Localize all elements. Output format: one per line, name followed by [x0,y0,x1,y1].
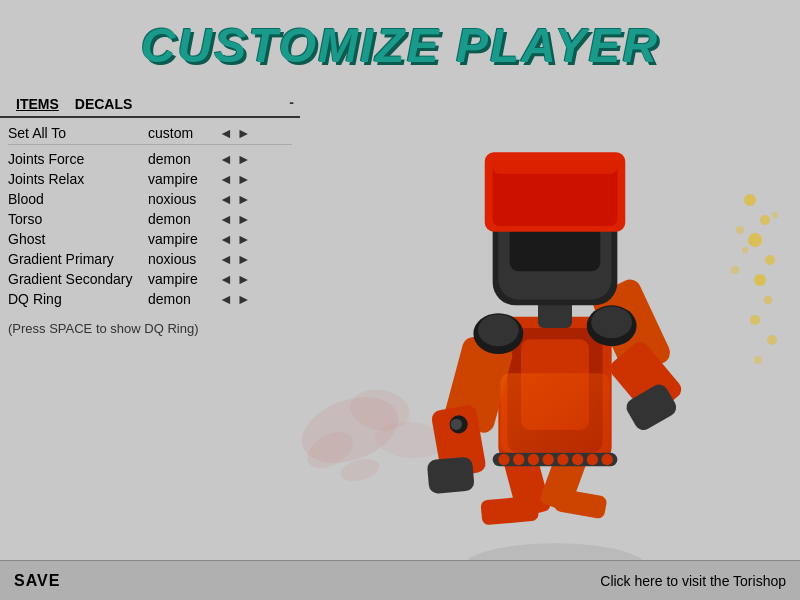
item-arrow-left[interactable]: ◄ [218,271,234,287]
title-area: CUSTOMIZE PLAYER [0,0,800,83]
item-label: Torso [8,211,148,227]
item-arrow-left[interactable]: ◄ [218,251,234,267]
tabs-row: ITEMS DECALS - [0,90,300,118]
svg-rect-22 [553,488,607,519]
item-arrow-right[interactable]: ► [236,291,252,307]
list-item: Gradient Secondary vampire ◄ ► [8,269,292,289]
set-all-value: custom [148,125,218,141]
item-label: Blood [8,191,148,207]
list-item: Blood noxious ◄ ► [8,189,292,209]
item-arrow-left[interactable]: ◄ [218,291,234,307]
item-arrows: ◄ ► [218,251,252,267]
item-label: Gradient Secondary [8,271,148,287]
svg-rect-51 [493,160,618,174]
list-item: Torso demon ◄ ► [8,209,292,229]
svg-point-53 [451,419,462,430]
item-arrow-right[interactable]: ► [236,171,252,187]
item-arrows: ◄ ► [218,271,252,287]
tab-items[interactable]: ITEMS [8,94,67,114]
item-value: demon [148,211,218,227]
set-all-arrow-right[interactable]: ► [236,125,252,141]
svg-rect-48 [510,226,601,271]
svg-point-43 [478,314,519,346]
item-value: noxious [148,191,218,207]
item-value: noxious [148,251,218,267]
item-label: DQ Ring [8,291,148,307]
item-arrows: ◄ ► [218,291,252,307]
item-arrows: ◄ ► [218,191,252,207]
item-label: Gradient Primary [8,251,148,267]
list-item: Joints Force demon ◄ ► [8,149,292,169]
item-arrows: ◄ ► [218,151,252,167]
item-label: Ghost [8,231,148,247]
item-arrow-right[interactable]: ► [236,251,252,267]
svg-point-32 [572,454,583,465]
svg-point-27 [498,454,509,465]
set-all-label: Set All To [8,125,148,141]
svg-point-31 [557,454,568,465]
item-value: vampire [148,231,218,247]
bottom-bar: SAVE Click here to visit the Torishop [0,560,800,600]
item-arrow-right[interactable]: ► [236,211,252,227]
item-label: Joints Force [8,151,148,167]
save-button[interactable]: SAVE [14,572,60,590]
item-arrow-left[interactable]: ◄ [218,211,234,227]
item-arrow-left[interactable]: ◄ [218,231,234,247]
list-item: DQ Ring demon ◄ ► [8,289,292,309]
left-panel: ITEMS DECALS - Set All To custom ◄ ► Joi… [0,90,300,560]
svg-rect-26 [493,453,618,467]
svg-point-44 [591,306,632,338]
list-item: Gradient Primary noxious ◄ ► [8,249,292,269]
set-all-arrows: ◄ ► [218,125,252,141]
svg-rect-37 [427,456,475,494]
item-arrow-left[interactable]: ◄ [218,151,234,167]
set-all-row: Set All To custom ◄ ► [8,122,292,145]
svg-point-33 [587,454,598,465]
svg-point-34 [601,454,612,465]
item-label: Joints Relax [8,171,148,187]
list-item: Ghost vampire ◄ ► [8,229,292,249]
character-area [270,90,800,560]
item-arrow-right[interactable]: ► [236,191,252,207]
items-list: Set All To custom ◄ ► Joints Force demon… [0,118,300,342]
item-value: vampire [148,271,218,287]
page-title: CUSTOMIZE PLAYER [141,19,659,72]
item-value: demon [148,151,218,167]
svg-point-28 [513,454,524,465]
item-arrow-right[interactable]: ► [236,231,252,247]
item-arrows: ◄ ► [218,171,252,187]
item-value: demon [148,291,218,307]
item-arrow-right[interactable]: ► [236,151,252,167]
set-all-arrow-left[interactable]: ◄ [218,125,234,141]
character-sprite [330,90,780,560]
list-item: Joints Relax vampire ◄ ► [8,169,292,189]
item-value: vampire [148,171,218,187]
svg-point-29 [528,454,539,465]
svg-rect-54 [501,373,610,452]
svg-point-30 [543,454,554,465]
item-arrow-right[interactable]: ► [236,271,252,287]
item-arrows: ◄ ► [218,211,252,227]
item-arrow-left[interactable]: ◄ [218,171,234,187]
space-hint: (Press SPACE to show DQ Ring) [8,319,292,338]
item-arrow-left[interactable]: ◄ [218,191,234,207]
tab-decals[interactable]: DECALS [67,94,141,114]
torishop-link[interactable]: Click here to visit the Torishop [600,573,786,589]
item-arrows: ◄ ► [218,231,252,247]
svg-point-18 [464,543,645,560]
svg-rect-21 [480,496,539,526]
